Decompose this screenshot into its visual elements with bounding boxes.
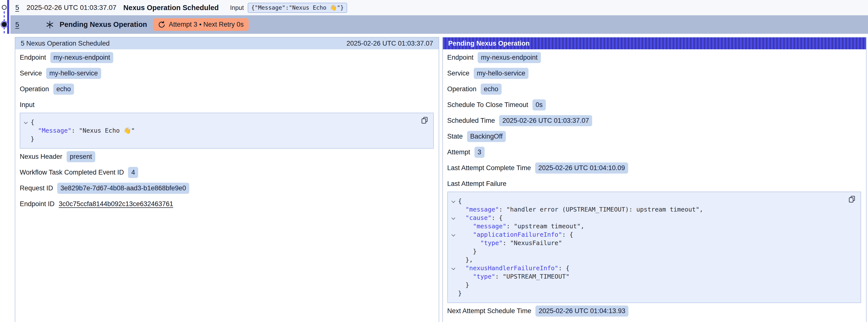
code-gutter xyxy=(450,289,458,298)
value-badge: 3 xyxy=(474,147,485,158)
value-badge: BackingOff xyxy=(467,131,506,142)
detail-row-endpoint: Endpointmy-nexus-endpoint xyxy=(447,50,861,65)
pending-operation-panel: Pending Nexus Operation Endpointmy-nexus… xyxy=(442,37,867,322)
detail-label: Operation xyxy=(20,85,49,93)
panel-timestamp: 2025-02-26 UTC 01:03:37.07 xyxy=(346,40,433,47)
code-block-last-attempt-failure: { "message": "handler error (UPSTREAM_TI… xyxy=(447,192,861,303)
value-badge: 3e829b7e-7d67-4b08-aad3-b1e868bfe9e0 xyxy=(57,183,189,194)
detail-row-workflow-task-completed-event-id: Workflow Task Completed Event ID4 xyxy=(20,164,434,180)
detail-row-input: Input xyxy=(20,97,434,113)
detail-row-operation: Operationecho xyxy=(20,81,434,97)
detail-label: Scheduled Time xyxy=(447,117,495,125)
detail-label: State xyxy=(447,133,463,140)
detail-row-schedule-to-close-timeout: Schedule To Close Timeout0s xyxy=(447,97,861,113)
value-badge: 2025-02-26 UTC 01:04:13.93 xyxy=(535,305,628,317)
timeline-filled-circle xyxy=(2,22,7,27)
code-line: "nexusHandlerFailureInfo": { xyxy=(450,264,845,272)
copy-button[interactable] xyxy=(421,116,429,125)
pending-id-link[interactable]: 5 xyxy=(15,21,19,29)
detail-label: Attempt xyxy=(447,149,470,156)
timeline-rail xyxy=(0,0,10,34)
detail-row-service: Servicemy-hello-service xyxy=(20,65,434,81)
value-badge: 0s xyxy=(532,99,546,110)
event-input-value-pill[interactable]: {"Message":"Nexus Echo 👋"} xyxy=(248,3,347,13)
value-badge: my-nexus-endpoint xyxy=(478,52,541,63)
code-line: } xyxy=(23,135,417,143)
detail-row-next-attempt-schedule-time: Next Attempt Schedule Time2025-02-26 UTC… xyxy=(447,303,861,319)
detail-label: Workflow Task Completed Event ID xyxy=(20,169,124,176)
event-id-link[interactable]: 5 xyxy=(15,4,19,11)
event-name: Nexus Operation Scheduled xyxy=(123,4,219,12)
detail-row-endpoint-id: Endpoint ID3c0c75ccfa8144b092c13ce632463… xyxy=(20,196,434,212)
detail-label: Operation xyxy=(447,85,477,93)
retry-icon xyxy=(158,21,165,28)
code-text: }, xyxy=(458,256,473,264)
detail-row-endpoint: Endpointmy-nexus-endpoint xyxy=(20,50,434,65)
event-row[interactable]: 5 2025-02-26 UTC 01:03:37.07 Nexus Opera… xyxy=(10,0,868,15)
event-detail-panel-header: 5 Nexus Operation Scheduled 2025-02-26 U… xyxy=(15,37,439,49)
event-input-label: Input xyxy=(230,4,244,11)
code-line: "message": "handler error (UPSTREAM_TIME… xyxy=(450,205,845,214)
chevron-down-icon[interactable] xyxy=(451,199,455,203)
detail-label: Service xyxy=(447,69,469,77)
event-timestamp: 2025-02-26 UTC 01:03:37.07 xyxy=(27,4,117,11)
code-line: } xyxy=(450,281,845,289)
chevron-down-icon[interactable] xyxy=(451,266,455,270)
chevron-down-icon[interactable] xyxy=(451,216,455,220)
timeline-open-circle xyxy=(2,5,7,10)
panel-title: Pending Nexus Operation xyxy=(448,40,530,47)
code-text: } xyxy=(458,289,462,298)
copy-icon xyxy=(848,195,857,203)
code-line: { xyxy=(23,118,417,127)
code-text: } xyxy=(458,281,469,289)
value-badge: present xyxy=(67,151,95,162)
detail-row-operation: Operationecho xyxy=(447,81,861,97)
detail-label: Service xyxy=(20,69,42,77)
code-gutter xyxy=(450,222,458,230)
code-line: "Message": "Nexus Echo 👋" xyxy=(23,127,417,135)
detail-panels: 5 Nexus Operation Scheduled 2025-02-26 U… xyxy=(15,37,867,322)
code-line: } xyxy=(450,289,845,298)
event-detail-panel-body: Endpointmy-nexus-endpointServicemy-hello… xyxy=(15,49,439,212)
detail-row-scheduled-time: Scheduled Time2025-02-26 UTC 01:03:37.07 xyxy=(447,113,861,128)
code-text: "cause": { xyxy=(458,214,503,222)
detail-label: Schedule To Close Timeout xyxy=(447,101,528,109)
code-text: "message": "upstream timeout", xyxy=(458,222,585,230)
pending-operation-panel-body: Endpointmy-nexus-endpointServicemy-hello… xyxy=(443,49,866,319)
detail-row-nexus-header: Nexus Headerpresent xyxy=(20,149,434,164)
code-gutter xyxy=(450,230,458,239)
value-badge: my-nexus-endpoint xyxy=(50,52,114,63)
detail-label: Input xyxy=(20,101,35,109)
copy-icon xyxy=(421,116,429,125)
value-link[interactable]: 3c0c75ccfa8144b092c13ce632463761 xyxy=(59,200,173,208)
code-text: { xyxy=(458,197,462,205)
chevron-down-icon[interactable] xyxy=(451,233,455,237)
retry-badge-label: Attempt 3 • Next Retry 0s xyxy=(169,21,244,28)
event-detail-panel: 5 Nexus Operation Scheduled 2025-02-26 U… xyxy=(15,37,439,322)
code-gutter xyxy=(23,135,31,143)
code-line: }, xyxy=(450,256,845,264)
detail-label: Last Attempt Complete Time xyxy=(447,164,531,172)
code-text: } xyxy=(458,247,477,256)
value-badge: my-hello-service xyxy=(474,68,529,79)
detail-label: Next Attempt Schedule Time xyxy=(447,307,531,315)
value-badge: 2025-02-26 UTC 01:04:10.09 xyxy=(535,162,628,173)
code-gutter xyxy=(450,197,458,205)
pending-title: Pending Nexus Operation xyxy=(60,21,147,29)
chevron-down-icon[interactable] xyxy=(24,120,28,124)
panel-title: 5 Nexus Operation Scheduled xyxy=(21,40,110,47)
event-summary-rows: 5 2025-02-26 UTC 01:03:37.07 Nexus Opera… xyxy=(10,0,868,34)
code-line: "type": "UPSTREAM_TIMEOUT" xyxy=(450,272,845,281)
code-line: "type": "NexusFailure" xyxy=(450,239,845,247)
detail-row-attempt: Attempt3 xyxy=(447,144,861,160)
code-text: "message": "handler error (UPSTREAM_TIME… xyxy=(458,205,703,214)
code-line: } xyxy=(450,247,845,256)
detail-row-service: Servicemy-hello-service xyxy=(447,65,861,81)
copy-button[interactable] xyxy=(848,195,857,204)
code-text: } xyxy=(31,135,34,143)
pending-operation-row[interactable]: 5 Pending Nexus Operation Attempt 3 • Ne… xyxy=(10,15,868,34)
detail-label: Endpoint ID xyxy=(20,200,55,208)
code-line: "applicationFailureInfo": { xyxy=(450,230,845,239)
code-gutter xyxy=(450,272,458,281)
code-gutter xyxy=(450,205,458,214)
